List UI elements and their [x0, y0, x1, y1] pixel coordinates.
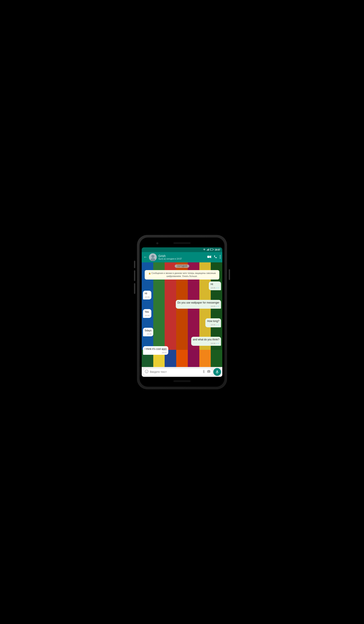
status-bar: 19:07 [142, 247, 222, 252]
svg-rect-4 [208, 249, 209, 251]
svg-point-9 [151, 255, 154, 258]
battery-icon [210, 248, 214, 251]
status-bar-right: 19:07 [203, 248, 220, 251]
svg-point-17 [146, 371, 146, 371]
input-field-wrap [143, 369, 212, 375]
message-time: 19:06 [210, 323, 215, 326]
camera-button[interactable] [207, 370, 210, 374]
avatar [149, 253, 157, 261]
svg-point-13 [220, 255, 221, 256]
message-time: 19:05 [145, 296, 150, 299]
silent-button[interactable] [134, 283, 135, 294]
messages-container: СЕГОДНЯ 🔒 Сообщения и звонки в данном ча… [142, 262, 222, 357]
message-text: Hi [145, 292, 147, 295]
front-camera [156, 242, 158, 244]
message-time: 19:05 [210, 305, 215, 308]
input-bar [142, 367, 222, 377]
speaker-bottom [173, 380, 191, 382]
signal-icon [207, 248, 209, 251]
contact-status: был(-а) сегодня в 19:07 [158, 258, 206, 260]
message-bubble[interactable]: and what do you think?19:06✓✓ [191, 337, 221, 346]
screen: 19:07 ← Grish был(-а) сегодня в 19:07 [142, 247, 222, 377]
phone-screen-outer: 19:07 ← Grish был(-а) сегодня в 19:07 [140, 237, 224, 387]
wifi-icon [203, 248, 206, 251]
svg-marker-12 [210, 256, 211, 258]
message-row: 5days19:06 [143, 328, 221, 336]
message-row: I think it's cool app)19:07 [143, 346, 221, 355]
svg-rect-6 [210, 249, 210, 250]
message-text: 5days [145, 329, 152, 332]
message-bubble[interactable]: Yes19:06 [143, 309, 151, 318]
chat-header: ← Grish был(-а) сегодня в 19:07 [142, 252, 222, 262]
message-row: Hi19:05✓✓ [143, 282, 221, 290]
message-text: and what do you think? [193, 338, 219, 341]
message-bubble[interactable]: Hi19:05✓✓ [209, 282, 221, 290]
back-button[interactable]: ← [143, 255, 147, 259]
phone-device: 19:07 ← Grish был(-а) сегодня в 19:07 [137, 235, 227, 389]
message-bubble[interactable]: Hi19:05 [143, 291, 151, 299]
svg-rect-3 [208, 249, 208, 251]
message-text: Yes [145, 311, 149, 313]
message-time: 19:06 [210, 342, 215, 345]
header-actions [207, 255, 221, 259]
message-time: 19:07 [162, 351, 167, 354]
contact-info: Grish был(-а) сегодня в 19:07 [158, 254, 206, 260]
power-button[interactable] [229, 269, 230, 280]
voice-call-icon[interactable] [214, 255, 217, 259]
svg-rect-7 [213, 249, 214, 250]
svg-rect-11 [207, 256, 210, 258]
chat-area: СЕГОДНЯ 🔒 Сообщения и звонки в данном ча… [142, 262, 222, 367]
message-bubble[interactable]: How long?19:06✓✓ [205, 318, 221, 327]
date-badge: СЕГОДНЯ [175, 264, 189, 268]
message-bubble[interactable]: Do you use wallpaper for messenger19:05✓… [176, 300, 221, 309]
message-time: 19:06 [147, 333, 152, 336]
menu-icon[interactable] [220, 255, 221, 259]
message-row: How long?19:06✓✓ [143, 318, 221, 327]
read-ticks-icon: ✓✓ [216, 323, 219, 326]
svg-rect-1 [207, 250, 207, 251]
read-ticks-icon: ✓✓ [216, 286, 219, 289]
svg-rect-2 [207, 250, 208, 251]
message-text: How long? [207, 320, 219, 323]
speaker-top [173, 242, 191, 244]
read-ticks-icon: ✓✓ [216, 342, 219, 345]
message-row: Hi19:05 [143, 291, 221, 299]
message-row: Do you use wallpaper for messenger19:05✓… [143, 300, 221, 309]
volume-up-button[interactable] [134, 261, 135, 268]
video-call-icon[interactable] [207, 255, 211, 259]
volume-down-button[interactable] [134, 270, 135, 281]
message-text: Do you use wallpaper for messenger [178, 301, 219, 304]
svg-rect-5 [210, 249, 213, 250]
svg-point-16 [145, 370, 148, 373]
mic-button[interactable] [213, 368, 221, 376]
message-text: I think it's cool app) [145, 347, 167, 350]
message-input[interactable] [150, 370, 201, 373]
svg-point-0 [204, 250, 205, 251]
status-time: 19:07 [215, 249, 220, 251]
read-ticks-icon: ✓✓ [216, 305, 219, 308]
encryption-notice: 🔒 Сообщения и звонки в данном чате тепер… [145, 270, 219, 280]
emoji-button[interactable] [145, 369, 149, 374]
contact-name: Grish [158, 254, 206, 258]
svg-point-14 [220, 256, 221, 257]
message-bubble[interactable]: 5days19:06 [143, 328, 153, 336]
message-bubble[interactable]: I think it's cool app)19:07 [143, 346, 168, 355]
svg-point-15 [220, 258, 221, 259]
message-text: Hi [210, 283, 213, 286]
message-row: Yes19:06 [143, 309, 221, 318]
attach-button[interactable] [202, 370, 206, 374]
message-time: 19:06 [145, 314, 150, 317]
encryption-text: 🔒 Сообщения и звонки в данном чате тепер… [148, 272, 216, 277]
message-time: 19:05 [210, 286, 215, 289]
svg-point-18 [147, 371, 147, 371]
message-row: and what do you think?19:06✓✓ [143, 337, 221, 346]
messages-list: Hi19:05✓✓Hi19:05Do you use wallpaper for… [143, 281, 221, 355]
